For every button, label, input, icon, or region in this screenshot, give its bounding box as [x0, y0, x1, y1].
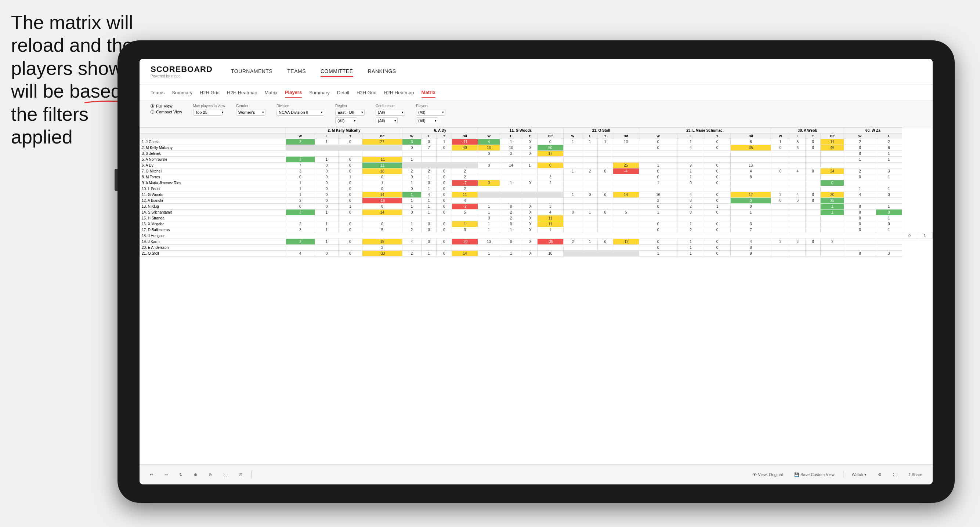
cell: 2	[362, 245, 402, 251]
cell: 0	[315, 174, 338, 180]
subnav-matrix2[interactable]: Matrix	[422, 88, 436, 98]
cell	[805, 251, 821, 257]
nav-tournaments[interactable]: TOURNAMENTS	[231, 67, 272, 77]
subnav-matrix[interactable]: Matrix	[264, 88, 277, 97]
region-all-wrapper[interactable]: (All)	[335, 117, 357, 124]
cell: 5	[452, 210, 478, 216]
cell	[844, 198, 876, 204]
redo-button[interactable]: ↪	[162, 471, 171, 478]
gender-select[interactable]: Women's	[236, 109, 266, 116]
cell: 2	[771, 192, 790, 198]
cell	[582, 198, 598, 204]
cell: 0	[522, 216, 538, 221]
conference-all-select[interactable]: (All)	[375, 117, 398, 124]
nav-rankings[interactable]: RANKINGS	[368, 67, 396, 77]
cell: 2	[844, 139, 876, 145]
cell: 14	[613, 192, 639, 198]
gender-label: Gender	[236, 104, 266, 108]
cell	[805, 186, 821, 192]
players-all-wrapper[interactable]: (All)	[416, 117, 438, 124]
cell: 4	[478, 139, 500, 145]
division-select[interactable]: NCAA Division II	[277, 109, 324, 116]
subnav-h2h-heatmap[interactable]: H2H Heatmap	[227, 88, 257, 97]
players-select[interactable]: (All)	[416, 109, 445, 116]
share-button[interactable]: ⤴ Share	[905, 471, 925, 478]
conference-select-wrapper[interactable]: (All)	[375, 109, 405, 116]
region-all-select[interactable]: (All)	[335, 117, 357, 124]
max-players-label: Max players in view	[193, 104, 225, 108]
cell	[478, 245, 500, 251]
cell: 1	[315, 157, 338, 163]
compact-view-option[interactable]: Compact View	[151, 110, 182, 114]
cell: 0	[805, 239, 821, 245]
conference-all-wrapper[interactable]: (All)	[375, 117, 398, 124]
matrix-area[interactable]: 2. M Kelly Mulcahy 6. A Dy 11. G Woods 2…	[140, 127, 932, 464]
compact-view-radio[interactable]	[151, 110, 154, 114]
cell: 0	[522, 145, 538, 151]
cell	[421, 157, 437, 163]
cell: 1	[844, 157, 876, 163]
zoom-out-button[interactable]: ⊖	[205, 471, 215, 478]
division-select-wrapper[interactable]: NCAA Division II	[277, 109, 324, 116]
conference-select[interactable]: (All)	[375, 109, 405, 116]
cell: 0	[339, 221, 362, 227]
cell	[563, 198, 582, 204]
expand-button[interactable]: ⛶	[890, 471, 900, 478]
cell	[613, 157, 639, 163]
cell: 0	[704, 180, 731, 186]
max-players-select[interactable]: Top 25	[193, 109, 223, 116]
cell: 6	[876, 145, 902, 151]
cell	[805, 174, 821, 180]
watch-button[interactable]: Watch ▾	[849, 471, 869, 478]
cell: 1	[678, 174, 704, 180]
cell	[790, 157, 805, 163]
cell: 1	[821, 210, 844, 216]
cell: 2	[678, 227, 704, 233]
zoom-button[interactable]: ⊕	[191, 471, 200, 478]
cell: 0	[339, 227, 362, 233]
cell: 4	[731, 168, 771, 174]
region-select[interactable]: East - DII	[335, 109, 364, 116]
subnav-h2h-heatmap2[interactable]: H2H Heatmap	[384, 88, 414, 97]
subnav-detail[interactable]: Detail	[337, 88, 349, 97]
cell: 0	[339, 180, 362, 186]
cell: 0	[771, 168, 790, 174]
cell	[771, 227, 790, 233]
cell: 0	[805, 192, 821, 198]
cell	[790, 151, 805, 157]
cell: 0	[402, 145, 421, 151]
view-original-button[interactable]: 👁 View: Original	[750, 471, 786, 478]
cell: 0	[790, 198, 805, 204]
settings-button[interactable]: ⚙	[875, 471, 885, 478]
table-row: 14. S Srichantamit 31014 0105 1204 0105 …	[140, 210, 932, 216]
subnav-h2h-grid[interactable]: H2H Grid	[200, 88, 220, 97]
subnav-summary[interactable]: Summary	[172, 88, 192, 97]
players-select-wrapper[interactable]: (All)	[416, 109, 445, 116]
refresh-button[interactable]: ↻	[176, 471, 185, 478]
save-custom-button[interactable]: 💾 Save Custom View	[791, 471, 838, 478]
table-row: 11. G Woods 10014 14011 10014 164017 240…	[140, 192, 932, 198]
timer-button[interactable]: ⏱	[236, 471, 246, 478]
max-players-select-wrapper[interactable]: Top 25	[193, 109, 225, 116]
subnav-players[interactable]: Players	[285, 88, 302, 98]
gender-select-wrapper[interactable]: Women's	[236, 109, 266, 116]
subnav-teams[interactable]: Teams	[151, 88, 164, 97]
cell: 0	[704, 245, 731, 251]
undo-button[interactable]: ↩	[147, 471, 156, 478]
cell: 1	[876, 174, 902, 180]
subnav-summary2[interactable]: Summary	[309, 88, 330, 97]
full-view-radio[interactable]	[151, 104, 154, 108]
region-select-wrapper[interactable]: East - DII	[335, 109, 364, 116]
nav-committee[interactable]: COMMITTEE	[321, 67, 353, 77]
cell: 1	[582, 239, 598, 245]
cell: 10	[613, 139, 639, 145]
nav-teams[interactable]: TEAMS	[287, 67, 306, 77]
full-view-option[interactable]: Full View	[151, 104, 182, 108]
fit-button[interactable]: ⛶	[220, 471, 230, 478]
subnav-h2h-grid2[interactable]: H2H Grid	[356, 88, 376, 97]
cell	[402, 151, 421, 157]
cell: 0	[286, 174, 315, 180]
cell: 0	[437, 210, 452, 216]
players-all-select[interactable]: (All)	[416, 117, 438, 124]
eye-icon: 👁	[753, 472, 757, 477]
